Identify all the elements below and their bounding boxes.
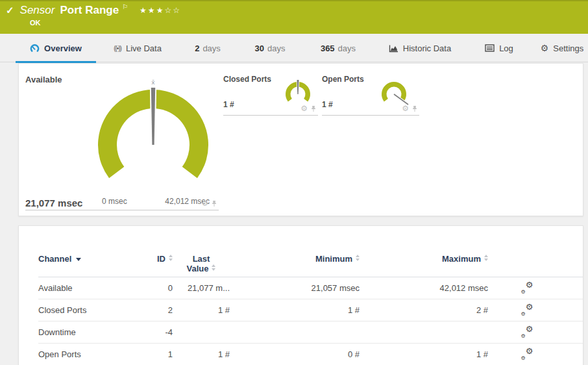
tab-unit: days — [202, 44, 220, 53]
tab-unit: days — [338, 44, 356, 53]
table-row: Open Ports 1 1 # 0 # 1 # ⚙⚙ — [38, 344, 583, 365]
channel-settings-icon[interactable]: ⚙⚙ — [521, 304, 533, 315]
sort-icon — [484, 255, 488, 261]
column-label: ID — [157, 254, 165, 264]
column-header-minimum[interactable]: Minimum — [230, 254, 360, 264]
channel-settings-icon[interactable]: ⚙⚙ — [521, 282, 533, 293]
gear-icon: ⚙ — [541, 43, 549, 53]
table-row: Closed Ports 2 1 # 1 # 2 # ⚙⚙ — [38, 299, 583, 321]
panel-pin-icon[interactable] — [310, 105, 317, 112]
table-header-row: Channel ID Last Value Minimum Maximum — [38, 254, 583, 277]
tab-number: 365 — [321, 44, 335, 53]
tab-label: Overview — [44, 44, 82, 53]
log-list-icon — [485, 44, 495, 52]
tab-log[interactable]: Log — [482, 34, 517, 62]
tab-label: Settings — [553, 44, 583, 53]
gauge-min-label: 0 msec — [102, 197, 127, 206]
channel-name: Available — [25, 75, 62, 84]
cell-channel: Downtime — [38, 327, 129, 337]
column-header-id[interactable]: ID — [129, 254, 173, 264]
column-label: Last — [193, 254, 210, 264]
column-label: Maximum — [442, 254, 481, 264]
tab-2-days[interactable]: 2 days — [191, 34, 225, 62]
panel-pin-icon[interactable] — [411, 105, 418, 112]
panel-gear-icon[interactable]: ⚙ — [201, 199, 208, 208]
channel-last-value: 21,077 msec — [25, 197, 82, 208]
priority-stars[interactable]: ★★★☆☆ — [140, 6, 181, 15]
channel-last-value: 1 # — [223, 100, 234, 109]
cell-maximum: 1 # — [360, 349, 488, 359]
channel-settings-icon[interactable]: ⚙⚙ — [521, 348, 533, 359]
table-row: Available 0 21,077 m... 21,057 msec 42,0… — [38, 277, 583, 299]
available-gauge: x̄ — [92, 79, 215, 194]
priority-flag-icon[interactable]: ⚐ — [122, 3, 128, 10]
panel-gear-icon[interactable]: ⚙ — [300, 104, 308, 113]
cell-last-value: 1 # — [173, 305, 230, 315]
column-header-channel[interactable]: Channel — [38, 254, 129, 264]
tab-label: Live Data — [126, 44, 162, 53]
gauge-panel-closed-ports: Closed Ports 1 # ⚙ — [223, 72, 318, 116]
tab-label: Log — [499, 44, 513, 53]
sensor-title-row: ✓ Sensor Port Range ⚐ ★★★☆☆ — [6, 4, 181, 17]
status-badge: OK — [30, 19, 41, 27]
tab-number: 2 — [195, 44, 199, 53]
tab-label: Historic Data — [403, 44, 451, 53]
column-header-last-value[interactable]: Last Value — [173, 254, 230, 273]
sort-desc-icon — [76, 258, 81, 261]
cell-maximum: 42,012 msec — [360, 283, 488, 293]
cell-channel: Open Ports — [38, 349, 129, 359]
tab-unit: days — [267, 44, 285, 53]
status-check-icon: ✓ — [6, 5, 14, 16]
tab-number: 30 — [255, 44, 264, 53]
panel-tools: ⚙ — [402, 104, 418, 113]
cell-id: -4 — [129, 327, 173, 337]
channel-name: Open Ports — [322, 75, 364, 84]
cell-minimum: 1 # — [230, 305, 360, 315]
column-label: Value — [187, 264, 209, 273]
panel-pin-icon[interactable] — [211, 200, 217, 207]
gauge-panel-open-ports: Open Ports 1 # ⚙ — [322, 72, 419, 116]
panel-tools: ⚙ — [201, 199, 217, 208]
channels-card: Channel ID Last Value Minimum Maximum — [18, 225, 583, 365]
channel-last-value: 1 # — [322, 100, 333, 109]
channel-table: Channel ID Last Value Minimum Maximum — [38, 254, 583, 365]
channel-name: Closed Ports — [223, 75, 271, 84]
cell-maximum: 2 # — [360, 305, 488, 315]
cell-minimum: 21,057 msec — [230, 283, 360, 293]
gauges-card: Available x̄ 0 msec 42,012 msec 21,077 m… — [18, 63, 583, 216]
tab-overview[interactable]: Overview — [16, 34, 96, 62]
sensor-header: ✓ Sensor Port Range ⚐ ★★★☆☆ OK — [0, 0, 588, 34]
tab-historic-data[interactable]: Historic Data — [387, 34, 453, 62]
column-header-maximum[interactable]: Maximum — [360, 254, 488, 264]
sort-icon — [212, 264, 215, 271]
cell-last-value: 1 # — [173, 349, 230, 359]
panel-gear-icon[interactable]: ⚙ — [402, 104, 409, 113]
cell-channel: Available — [38, 283, 129, 293]
column-label: Minimum — [315, 254, 352, 264]
cell-id: 1 — [129, 349, 173, 359]
svg-text:x̄: x̄ — [151, 79, 155, 86]
panel-tools: ⚙ — [300, 104, 317, 113]
tab-30-days[interactable]: 30 days — [251, 34, 289, 62]
column-label: Channel — [38, 254, 71, 264]
page-title: Port Range — [60, 4, 119, 17]
table-row: Downtime -4 ⚙⚙ — [38, 321, 583, 344]
tab-bar: Overview ((•)) Live Data 2 days 30 days … — [0, 34, 588, 62]
chart-icon — [389, 44, 398, 53]
channel-settings-icon[interactable]: ⚙⚙ — [521, 326, 533, 337]
object-kind-label: Sensor — [20, 4, 55, 17]
gauge-panel-available: Available x̄ 0 msec 42,012 msec 21,077 m… — [25, 72, 219, 210]
cell-channel: Closed Ports — [38, 305, 129, 315]
tab-365-days[interactable]: 365 days — [317, 34, 360, 62]
live-signal-icon: ((•)) — [114, 45, 121, 52]
tab-settings[interactable]: ⚙ Settings — [539, 34, 585, 62]
prtg-sensor-page: ✓ Sensor Port Range ⚐ ★★★☆☆ OK Overview … — [0, 0, 588, 365]
cell-last-value: 21,077 m... — [173, 283, 230, 293]
tab-live-data[interactable]: ((•)) Live Data — [108, 34, 167, 62]
gauge-icon — [30, 44, 40, 53]
cell-minimum: 0 # — [230, 349, 360, 359]
cell-id: 2 — [129, 305, 173, 315]
cell-id: 0 — [129, 283, 173, 293]
